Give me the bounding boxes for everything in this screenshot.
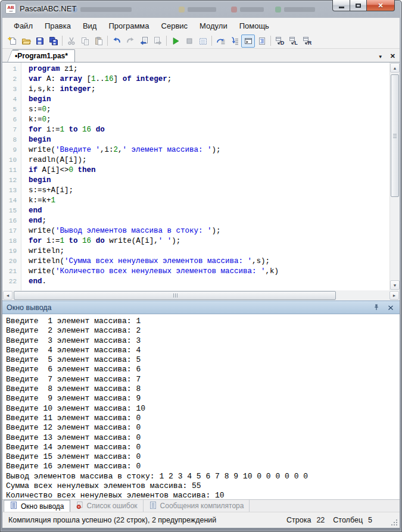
code-line-15: end [29,206,389,216]
menu-item-edit[interactable]: Правка [39,20,77,32]
window-d-button[interactable]: D [273,35,286,48]
window-r-button[interactable]: R [300,35,314,48]
line-number: 12 [2,176,21,186]
window-r-icon: R [303,36,312,46]
compile-icon [198,36,208,46]
vertical-scroll-thumb[interactable] [391,74,399,197]
line-number: 11 [2,165,21,176]
svg-text:R: R [307,40,311,46]
column-value: 5 [368,516,372,524]
scroll-down-icon[interactable]: ▼ [390,280,400,290]
undo-button[interactable] [110,35,123,48]
pascalabc-window: AB.net PascalABC.NET ✕ ФайлПравкаВидПрог… [0,0,402,532]
code-area[interactable]: program z1;var A: array [1..16] of integ… [22,62,389,290]
tab-label: •Program1.pas* [15,52,68,60]
tab-error-list[interactable]: Список ошибок [70,500,144,512]
compile-button[interactable] [196,35,210,48]
resize-grip[interactable] [391,520,397,525]
save-all-icon [49,36,58,46]
save-all-button[interactable] [46,35,60,48]
output-line-8: Введите 8 элемент массива: 8 [6,384,400,394]
background-window-ghost [231,5,264,14]
step-over-button[interactable] [214,35,228,48]
title-bar[interactable]: AB.net PascalABC.NET ✕ [0,0,402,18]
pin-icon[interactable] [372,303,381,312]
output-panel-title: Окно вывода [7,303,367,312]
bottom-tab-strip: Окно выводаСписок ошибокСообщения компил… [2,499,400,512]
menu-item-view[interactable]: Вид [77,20,103,32]
tab-list-chevron-down-icon[interactable] [378,50,383,61]
open-file-button[interactable] [19,35,33,48]
copy-button[interactable] [78,35,92,48]
tab-compiler-messages[interactable]: Сообщения компилятора [144,500,250,512]
stop-button[interactable] [182,35,196,48]
code-line-18: for i:=1 to 16 do write(A[i],' '); [29,236,389,246]
menu-item-help[interactable]: Помощь [233,20,275,32]
output-line-1: Введите 1 элемент массива: 1 [6,317,400,326]
tab-label: Окно вывода [21,502,64,511]
code-line-5: s:=0; [29,105,389,115]
scroll-left-icon[interactable]: ◄ [3,291,13,300]
minimize-icon [339,7,344,8]
format-code-button[interactable] [255,35,269,48]
line-number: 6 [2,115,21,125]
new-file-button[interactable] [5,35,19,48]
maximize-icon [356,4,361,8]
redo-button[interactable] [123,35,137,48]
minimize-button[interactable] [332,0,350,11]
menu-item-program[interactable]: Программа [102,20,155,32]
menu-item-file[interactable]: Файл [8,20,39,32]
copy-icon [80,36,90,46]
tab-close-icon[interactable] [390,50,395,61]
nav-back-button[interactable] [137,35,151,48]
cut-button[interactable] [64,35,78,48]
output-line-18: Сумма всех ненулевых элементов массива: … [6,481,400,491]
code-line-21: write('Количество всех ненулевых элемент… [29,267,389,277]
scroll-up-icon[interactable]: ▲ [390,63,400,73]
paste-icon [94,36,104,46]
tab-program1[interactable]: •Program1.pas* [13,49,75,62]
editor-vertical-scrollbar[interactable]: ▲ ▼ [389,62,400,290]
output-close-icon[interactable] [386,303,395,312]
menu-item-modules[interactable]: Модули [194,20,233,32]
window-l-button[interactable]: L [286,35,300,48]
output-line-9: Введите 9 элемент массива: 9 [6,394,400,403]
undo-icon [112,36,121,46]
code-line-20: writeln('Сумма всех ненулевых элементов … [29,256,389,267]
scroll-right-icon[interactable]: ► [389,291,399,300]
output-panel-header: Окно вывода [2,301,400,314]
step-over-icon [216,36,226,46]
line-number: 3 [2,85,21,95]
line-number: 13 [2,186,21,196]
line-number: 9 [2,145,21,155]
new-file-icon [8,36,17,46]
output-area[interactable]: Введите 1 элемент массива: 1Введите 2 эл… [2,314,400,499]
run-icon [171,36,180,46]
line-number: 15 [2,206,21,216]
paste-button[interactable] [92,35,105,48]
line-number: 5 [2,105,21,115]
line-number: 21 [2,267,21,277]
line-number: 16 [2,216,21,226]
format-code-icon [257,36,267,46]
step-into-button[interactable] [228,35,241,48]
code-editor[interactable]: 12345678910111213141516171819202122 prog… [2,62,400,290]
menu-item-service[interactable]: Сервис [155,20,194,32]
output-doc-icon [10,501,18,511]
code-line-7: for i:=1 to 16 do [29,125,389,135]
editor-horizontal-scrollbar[interactable]: ◄ ► [2,290,400,301]
save-file-button[interactable] [33,35,46,48]
horizontal-scroll-thumb[interactable] [14,291,336,300]
output-line-5: Введите 5 элемент массива: 5 [6,355,400,365]
svg-text:D: D [280,40,284,46]
nav-forward-button[interactable] [151,35,164,48]
close-button[interactable]: ✕ [367,0,395,11]
maximize-button[interactable] [350,0,367,11]
run-button[interactable] [169,35,182,48]
console-toggle-button[interactable] [241,35,255,48]
toolbar-separator [211,36,212,46]
line-number: 14 [2,196,21,206]
output-line-13: Введите 13 элемент массива: 0 [6,433,400,443]
tab-output-window[interactable]: Окно вывода [4,500,70,512]
background-window-ghost [275,5,315,14]
